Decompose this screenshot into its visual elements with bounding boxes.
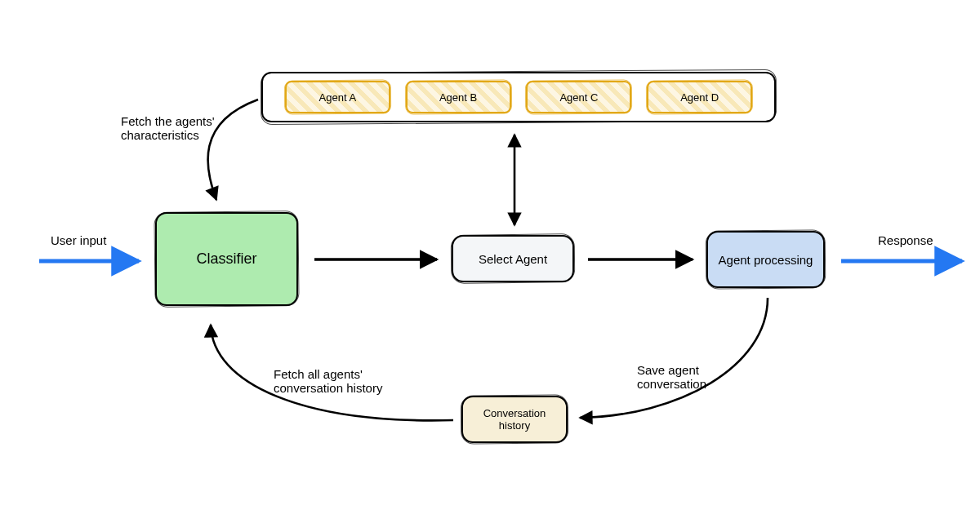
save-conversation-label: Save agent conversation: [637, 363, 706, 391]
agent-processing-label: Agent processing: [719, 253, 813, 267]
fetch-characteristics-label: Fetch the agents' characteristics: [121, 114, 215, 142]
agents-container: Agent A Agent B Agent C Agent D: [261, 72, 776, 122]
agent-box-d: Agent D: [647, 81, 752, 113]
agent-processing-node: Agent processing: [706, 231, 825, 288]
conversation-history-node: Conversation history: [461, 396, 568, 443]
classifier-node: Classifier: [155, 212, 298, 306]
user-input-label: User input: [51, 233, 106, 247]
agent-label-b: Agent B: [439, 91, 477, 104]
select-agent-label: Select Agent: [479, 252, 547, 266]
fetch-history-label: Fetch all agents' conversation history: [274, 367, 382, 395]
save-conversation-arrow: [580, 298, 768, 418]
agent-box-b: Agent B: [406, 81, 511, 113]
fetch-characteristics-arrow: [208, 100, 258, 200]
classifier-label: Classifier: [196, 250, 256, 268]
agent-label-a: Agent A: [319, 91, 357, 104]
agent-box-a: Agent A: [285, 81, 390, 113]
agent-label-d: Agent D: [680, 91, 719, 104]
conversation-history-label: Conversation history: [468, 407, 561, 432]
agent-box-c: Agent C: [526, 81, 631, 113]
select-agent-node: Select Agent: [452, 235, 574, 282]
response-label: Response: [878, 233, 933, 247]
agent-label-c: Agent C: [559, 91, 598, 104]
diagram-canvas: Agent A Agent B Agent C Agent D Classifi…: [0, 0, 980, 514]
